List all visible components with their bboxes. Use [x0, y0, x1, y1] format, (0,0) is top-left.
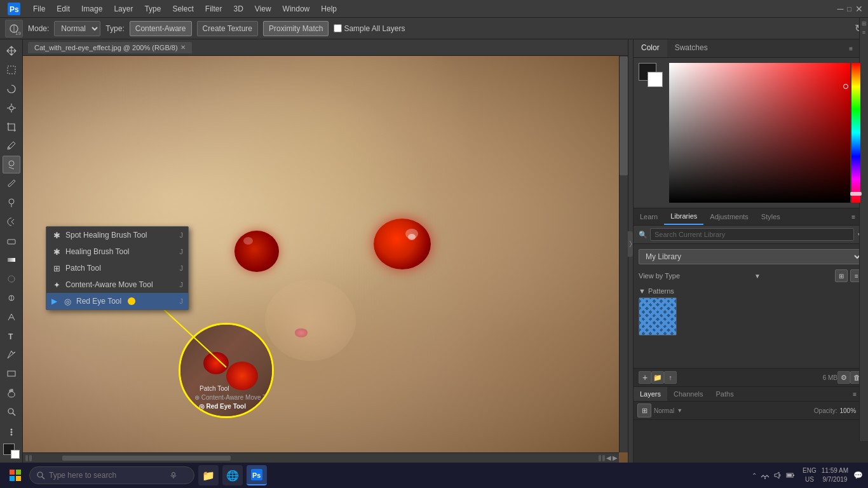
flyout-healing-brush[interactable]: ✱ Healing Brush Tool J — [46, 243, 188, 260]
clone-stamp-tool[interactable] — [3, 194, 20, 212]
hue-strip[interactable] — [851, 63, 860, 203]
extra-options[interactable] — [3, 423, 20, 441]
tab-learn[interactable]: Learn — [634, 209, 664, 224]
canvas-tab-close[interactable]: ✕ — [180, 44, 186, 51]
library-select[interactable]: My Library — [639, 249, 863, 264]
menu-layer[interactable]: Layer — [109, 3, 138, 15]
libraries-menu[interactable]: ≡ — [851, 214, 855, 220]
menu-file[interactable]: File — [28, 3, 50, 15]
tab-paths[interactable]: Paths — [710, 387, 740, 401]
tray-chevron[interactable]: ⌃ — [752, 472, 757, 479]
dodge-tool[interactable] — [3, 289, 20, 307]
magic-wand-tool[interactable] — [3, 99, 20, 117]
eyedropper-tool[interactable] — [3, 137, 20, 155]
menu-help[interactable]: Help — [316, 3, 342, 15]
canvas-content[interactable]: ✱ Spot Healing Brush Tool J ✱ Healing Br… — [23, 56, 628, 463]
flyout-spot-healing[interactable]: ✱ Spot Healing Brush Tool J — [46, 227, 188, 243]
volume-icon[interactable] — [773, 471, 782, 480]
library-search-input[interactable] — [650, 228, 854, 241]
tab-libraries[interactable]: Libraries — [664, 208, 703, 225]
maximize-btn[interactable]: □ — [847, 5, 851, 13]
minimize-btn[interactable]: ─ — [837, 4, 843, 14]
taskbar-app-photoshop[interactable]: Ps — [247, 465, 267, 485]
layers-filter-btn[interactable]: ⊞ — [637, 403, 651, 417]
canvas-scrollbar-vertical[interactable] — [619, 56, 628, 452]
sample-all-checkbox[interactable] — [334, 24, 342, 32]
menu-filter[interactable]: Filter — [200, 3, 227, 15]
color-panel-menu[interactable]: ≡ — [849, 45, 853, 52]
taskbar-app-file-explorer[interactable]: 📁 — [198, 465, 219, 485]
tab-layers[interactable]: Layers — [634, 387, 667, 401]
selection-tool[interactable] — [3, 61, 20, 79]
tab-channels[interactable]: Channels — [667, 387, 709, 401]
grid-view-btn[interactable]: ⊞ — [835, 269, 848, 282]
eraser-tool[interactable] — [3, 232, 20, 250]
type-create-texture[interactable]: Create Texture — [197, 21, 259, 36]
pattern-item[interactable] — [639, 297, 677, 336]
mode-select[interactable]: Normal — [54, 21, 100, 36]
fg-bg-swatches[interactable] — [639, 63, 663, 87]
taskbar-app-chrome[interactable]: 🌐 — [222, 465, 243, 485]
history-brush-tool[interactable] — [3, 213, 20, 231]
taskbar-search[interactable] — [29, 466, 194, 484]
color-gradient-picker[interactable] — [669, 63, 863, 203]
blur-tool[interactable] — [3, 270, 20, 288]
menu-image[interactable]: Image — [76, 3, 107, 15]
menu-view[interactable]: View — [250, 3, 276, 15]
flyout-red-eye-tool[interactable]: ▶ ◎ Red Eye Tool J — [46, 293, 188, 309]
menu-window[interactable]: Window — [278, 3, 315, 15]
crop-tool[interactable] — [3, 118, 20, 136]
upload-btn[interactable]: ↑ — [664, 371, 677, 384]
pen-tool[interactable] — [3, 308, 20, 326]
gradient-tool[interactable] — [3, 251, 20, 269]
menu-edit[interactable]: Edit — [51, 3, 75, 15]
sample-all-label[interactable]: Sample All Layers — [334, 24, 405, 33]
tool-icon-brush[interactable]: 19 — [5, 20, 23, 37]
chevron-down-icon[interactable]: ▼ — [754, 273, 761, 280]
nav-arrow-right[interactable]: ▶ — [613, 454, 618, 461]
nav-arrow-left[interactable]: ◀ — [606, 454, 611, 461]
color-saturation-field[interactable] — [669, 63, 850, 203]
tab-styles[interactable]: Styles — [755, 209, 787, 224]
layers-menu[interactable]: ≡ — [853, 391, 857, 398]
canvas-scrollbar-horizontal[interactable]: ◀ ▶ — [23, 452, 619, 463]
patterns-chevron[interactable]: ▼ — [639, 287, 646, 295]
add-library-btn[interactable]: + — [639, 371, 651, 384]
flyout-patch-tool[interactable]: ⊞ Patch Tool J — [46, 260, 188, 276]
microphone-icon[interactable] — [170, 471, 177, 479]
lasso-tool[interactable] — [3, 80, 20, 98]
clock[interactable]: 11:59 AM 9/7/2019 — [822, 466, 848, 484]
tab-color[interactable]: Color — [634, 39, 667, 57]
path-selection-tool[interactable] — [3, 346, 20, 364]
type-content-aware[interactable]: Content-Aware — [130, 21, 192, 36]
new-folder-btn[interactable]: 📁 — [651, 371, 664, 384]
color-picker-dot[interactable] — [843, 84, 848, 89]
tab-swatches[interactable]: Swatches — [667, 39, 715, 57]
fg-bg-color[interactable] — [2, 442, 21, 460]
menu-type[interactable]: Type — [139, 3, 166, 15]
taskbar-search-input[interactable] — [49, 471, 163, 480]
panel-icon-2[interactable]: ≡ — [862, 29, 865, 36]
zoom-tool[interactable] — [3, 403, 20, 421]
layers-mode-chevron[interactable]: ▼ — [677, 407, 682, 414]
background-swatch[interactable] — [648, 72, 663, 87]
menu-3d[interactable]: 3D — [228, 3, 248, 15]
move-tool[interactable] — [3, 42, 20, 60]
panel-icon-1[interactable]: ⊞ — [862, 20, 867, 27]
right-panel-collapse[interactable] — [628, 231, 633, 257]
close-btn[interactable]: ✕ — [855, 4, 863, 14]
rectangle-tool[interactable] — [3, 365, 20, 383]
canvas-tab[interactable]: Cat_with_red-eye_effect.jpg @ 200% (RGB/… — [28, 42, 192, 53]
tab-adjustments[interactable]: Adjustments — [703, 209, 755, 224]
menu-select[interactable]: Select — [167, 3, 198, 15]
type-proximity-match[interactable]: Proximity Match — [263, 21, 329, 36]
start-button[interactable] — [5, 465, 25, 485]
hand-tool[interactable] — [3, 384, 20, 402]
hue-strip-handle[interactable] — [850, 192, 862, 196]
text-tool[interactable]: T — [3, 327, 20, 345]
language-indicator[interactable]: ENG US — [803, 466, 817, 484]
notification-icon[interactable]: 💬 — [853, 471, 863, 480]
healing-tool[interactable] — [3, 156, 20, 173]
brush-tool[interactable] — [3, 175, 20, 193]
flyout-content-aware-move[interactable]: ✦ Content-Aware Move Tool J — [46, 276, 188, 293]
